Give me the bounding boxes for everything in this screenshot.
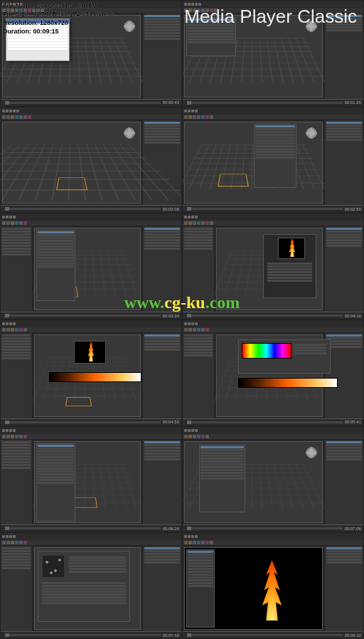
time-slider[interactable] bbox=[187, 421, 343, 423]
command-panel[interactable] bbox=[142, 546, 181, 631]
timeline-bar[interactable]: 00:05:41 bbox=[183, 418, 363, 426]
filename-label: File Name: bbox=[3, 2, 36, 9]
thumbnail[interactable]: 00:08:32 bbox=[182, 532, 364, 639]
app-toolbar bbox=[1, 221, 181, 226]
object-wireframe[interactable] bbox=[65, 397, 92, 406]
player-title: Media Player Classic bbox=[184, 6, 357, 28]
left-panel[interactable] bbox=[1, 333, 33, 418]
thumbnail[interactable]: 00:07:06 bbox=[182, 426, 364, 533]
object-wireframe[interactable] bbox=[56, 178, 87, 191]
noise-dialog[interactable] bbox=[38, 551, 130, 622]
view-cube-icon[interactable] bbox=[123, 127, 136, 139]
timeline-bar[interactable]: 00:07:06 bbox=[183, 524, 363, 532]
time-slider[interactable] bbox=[187, 315, 343, 317]
material-panel[interactable] bbox=[36, 230, 75, 301]
thumbnail[interactable]: 00:02:50 bbox=[182, 107, 364, 213]
color-spectrum[interactable] bbox=[242, 343, 291, 359]
command-panel[interactable] bbox=[324, 546, 363, 631]
time-slider[interactable] bbox=[5, 315, 161, 317]
time-slider[interactable] bbox=[187, 208, 343, 210]
thumbnail[interactable]: 00:07:49 bbox=[0, 532, 182, 639]
duration-label: Duration: bbox=[3, 28, 31, 35]
viewport[interactable] bbox=[184, 547, 323, 630]
timeline-bar[interactable]: 00:04:16 bbox=[183, 312, 363, 319]
app-menubar bbox=[183, 533, 363, 540]
command-panel[interactable] bbox=[324, 440, 363, 525]
file-info-overlay: File Name: 06_Creating_fire.flv File Siz… bbox=[3, 1, 113, 36]
command-panel[interactable] bbox=[142, 14, 181, 99]
time-slider[interactable] bbox=[5, 527, 161, 529]
watermark-prefix: www. bbox=[124, 293, 165, 312]
timeline-bar[interactable]: 00:02:50 bbox=[183, 205, 363, 212]
view-cube-icon[interactable] bbox=[305, 127, 318, 139]
app-toolbar bbox=[183, 434, 363, 440]
thumbnail[interactable]: 00:06:24 bbox=[0, 426, 182, 533]
viewport[interactable] bbox=[184, 122, 323, 204]
watermark: www.cg-ku.com bbox=[124, 293, 240, 312]
render-settings-panel[interactable] bbox=[186, 549, 215, 628]
app-menubar bbox=[183, 427, 363, 434]
viewport[interactable] bbox=[34, 441, 141, 524]
time-slider[interactable] bbox=[5, 634, 161, 636]
thumbnail[interactable]: 00:04:59 bbox=[0, 320, 182, 426]
filename-value: 06_Creating_fire.flv bbox=[37, 2, 97, 9]
render-preview bbox=[278, 238, 305, 259]
time-slider[interactable] bbox=[187, 527, 343, 529]
timeline-bar[interactable]: 00:07:49 bbox=[1, 631, 181, 638]
thumbnail[interactable]: 00:05:41 bbox=[182, 320, 364, 426]
timestamp: 00:04:59 bbox=[163, 420, 179, 424]
time-slider[interactable] bbox=[187, 634, 343, 636]
noise-preview-icon bbox=[43, 556, 64, 577]
time-slider[interactable] bbox=[5, 421, 161, 423]
viewport[interactable] bbox=[184, 441, 323, 524]
particle-panel[interactable] bbox=[254, 124, 296, 188]
timestamp: 00:06:24 bbox=[163, 527, 179, 531]
timestamp: 00:07:49 bbox=[163, 633, 179, 638]
command-panel[interactable] bbox=[142, 333, 181, 418]
timeline-bar[interactable]: 00:00:43 bbox=[1, 99, 181, 106]
scene-list-panel[interactable] bbox=[199, 445, 245, 512]
viewport[interactable] bbox=[34, 547, 141, 630]
render-dialog[interactable] bbox=[263, 234, 316, 298]
timestamp: 00:02:08 bbox=[163, 207, 179, 211]
timeline-bar[interactable]: 00:01:25 bbox=[183, 99, 363, 106]
view-cube-icon[interactable] bbox=[123, 20, 136, 33]
left-panel[interactable] bbox=[1, 546, 33, 631]
gradient-ramp[interactable] bbox=[49, 372, 141, 382]
app-menubar bbox=[1, 213, 181, 221]
left-panel[interactable] bbox=[183, 333, 215, 418]
app-toolbar bbox=[1, 434, 181, 440]
color-picker-dialog[interactable] bbox=[238, 339, 331, 374]
gradient-ramp[interactable] bbox=[238, 378, 338, 388]
app-toolbar bbox=[1, 115, 181, 120]
timestamp: 00:00:43 bbox=[163, 100, 179, 105]
timeline-bar[interactable]: 00:03:34 bbox=[1, 312, 181, 319]
left-panel[interactable] bbox=[1, 440, 33, 525]
thumbnail[interactable]: 00:02:08 bbox=[0, 107, 182, 213]
timeline-bar[interactable]: 00:04:59 bbox=[1, 418, 181, 426]
time-slider[interactable] bbox=[5, 102, 161, 104]
command-panel[interactable] bbox=[324, 120, 363, 206]
time-slider[interactable] bbox=[187, 102, 343, 104]
app-menubar bbox=[183, 107, 363, 115]
timeline-bar[interactable]: 00:08:32 bbox=[183, 631, 363, 638]
resolution-value: 1280x720 bbox=[40, 19, 68, 26]
timeline-bar[interactable]: 00:06:24 bbox=[1, 524, 181, 532]
timestamp: 00:03:34 bbox=[163, 314, 179, 318]
render-preview bbox=[74, 341, 106, 364]
view-cube-icon[interactable] bbox=[305, 446, 318, 459]
app-toolbar bbox=[1, 327, 181, 333]
left-panel[interactable] bbox=[1, 226, 33, 312]
timeline-bar[interactable]: 00:02:08 bbox=[1, 205, 181, 212]
viewport[interactable] bbox=[2, 122, 141, 204]
viewport[interactable] bbox=[34, 334, 141, 417]
resolution-label: Resolution: bbox=[3, 19, 38, 26]
object-wireframe[interactable] bbox=[218, 174, 249, 187]
timestamp: 00:01:25 bbox=[345, 100, 361, 105]
params-panel[interactable] bbox=[36, 443, 75, 522]
command-panel[interactable] bbox=[142, 440, 181, 525]
app-menubar bbox=[1, 427, 181, 434]
command-panel[interactable] bbox=[324, 226, 363, 312]
viewport[interactable] bbox=[216, 334, 323, 417]
time-slider[interactable] bbox=[5, 208, 161, 210]
